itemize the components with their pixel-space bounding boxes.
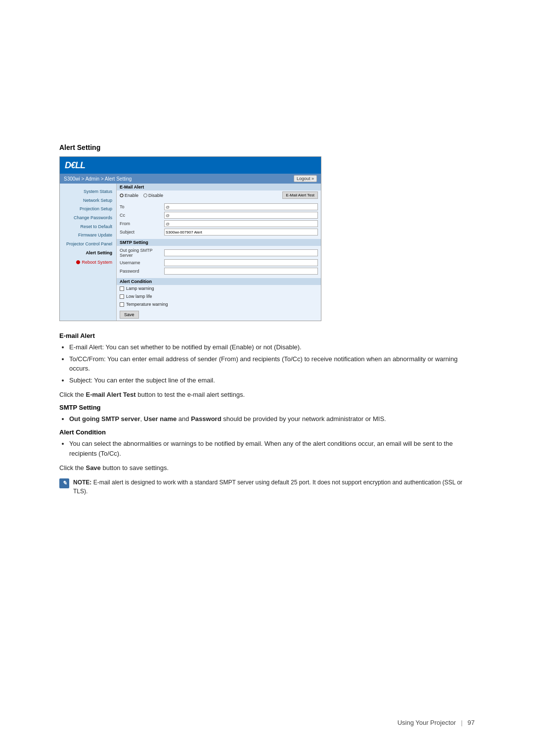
enable-radio[interactable]: Enable [120,193,138,198]
email-alert-bullet-3: Subject: You can enter the subject line … [69,376,475,385]
email-alert-bullet-2: To/CC/From: You can enter email address … [69,354,475,374]
smtp-bullet-1: Out going SMTP server, User name and Pas… [69,414,475,424]
sidebar-item-system-status[interactable]: System Status [60,188,116,196]
subject-input[interactable] [164,229,318,236]
ui-main: E-Mail Alert Enable Disable E-Mail Alert… [117,184,321,321]
reboot-label: Reboot System [82,260,112,265]
breadcrumb-path: S300wi > Admin > Alert Setting [64,176,132,182]
from-at-icon: @ [165,222,171,226]
disable-label: Disable [148,193,163,198]
lamp-warning-checkbox-item: Lamp warning [117,285,321,292]
from-label: From [120,221,164,226]
smtp-server-label: Out going SMTP Server [120,248,164,258]
smtp-server-input[interactable] [164,249,318,256]
breadcrumb-bar: S300wi > Admin > Alert Setting Logout » [60,174,321,184]
cc-input[interactable] [171,212,317,218]
lamp-warning-label: Lamp warning [126,286,154,291]
note-label: NOTE: [73,479,91,486]
disable-radio[interactable]: Disable [143,193,163,198]
smtp-password-row: Password [120,268,318,275]
alert-condition-doc-title: Alert Condition [59,428,475,436]
smtp-username-row: Username [120,259,318,266]
cc-row: Cc @ [120,212,318,219]
to-at-icon: @ [165,205,171,209]
email-alert-test-paragraph: Click the E-mail Alert Test button to te… [59,390,475,400]
email-alert-test-button[interactable]: E-Mail Alert Test [282,191,318,199]
alert-condition-section-header: Alert Condition [117,278,321,285]
sidebar-reboot-system[interactable]: Reboot System [60,258,116,267]
smtp-section-header: SMTP Setting [117,239,321,246]
reboot-icon [76,260,80,264]
sidebar-item-network-setup[interactable]: Network Setup [60,196,116,205]
smtp-section: Out going SMTP Server Username Password [117,246,321,278]
email-to-section: To @ Cc @ [117,201,321,239]
ui-box: D€LL S300wi > Admin > Alert Setting Logo… [59,156,321,321]
cc-input-wrapper: @ [164,212,318,219]
cc-at-icon: @ [165,213,171,218]
sidebar-item-change-passwords[interactable]: Change Passwords [60,214,116,223]
enable-label: Enable [125,193,138,198]
email-alert-section-header: E-Mail Alert [117,184,321,190]
dell-logo: D€LL [65,160,85,171]
note-box: ✎ NOTE: E-mail alert is designed to work… [59,478,475,496]
from-row: From @ [120,220,318,227]
from-input[interactable] [171,221,317,227]
enable-radio-circle [120,193,124,197]
logout-button[interactable]: Logout » [294,175,317,182]
alert-condition-bullet-list: You can select the abnormalities or warn… [69,439,475,458]
alert-setting-heading: Alert Setting [59,143,475,151]
page-wrapper: Alert Setting D€LL S300wi > Admin > Aler… [0,0,534,756]
sidebar-item-projection-setup[interactable]: Projection Setup [60,205,116,214]
subject-row: Subject [120,229,318,236]
email-alert-bullet-1: E-mail Alert: You can set whether to be … [69,342,475,352]
main-content: Alert Setting D€LL S300wi > Admin > Aler… [0,143,534,496]
cc-label: Cc [120,213,164,218]
email-alert-test-bold: E-mail Alert Test [86,391,135,398]
to-input[interactable] [171,204,317,210]
save-button[interactable]: Save [120,311,139,319]
sidebar-item-alert-setting[interactable]: Alert Setting [60,249,116,258]
footer-text: Using Your Projector [398,719,456,726]
lamp-warning-checkbox[interactable] [120,286,124,291]
temperature-warning-checkbox[interactable] [120,302,124,307]
smtp-password-input[interactable] [164,268,318,275]
sidebar-item-reset-to-default[interactable]: Reset to Default [60,223,116,232]
email-alert-bullet-list: E-mail Alert: You can set whether to be … [69,342,475,385]
smtp-username-label: Username [120,260,164,265]
low-lamp-life-label: Low lamp life [126,294,152,299]
note-text: NOTE: E-mail alert is designed to work w… [73,478,475,496]
temperature-warning-checkbox-item: Temperature warning [117,301,321,308]
sidebar-item-firmware-update[interactable]: Firmware Update [60,231,116,240]
temperature-warning-label: Temperature warning [126,302,168,307]
sidebar-item-projector-control-panel[interactable]: Projector Control Panel [60,240,116,249]
to-input-wrapper: @ [164,203,318,210]
low-lamp-life-checkbox[interactable] [120,294,124,299]
disable-radio-circle [143,193,147,197]
smtp-username-input[interactable] [164,259,318,266]
subject-label: Subject [120,230,164,235]
footer-page-number: 97 [468,719,475,726]
low-lamp-life-checkbox-item: Low lamp life [117,293,321,300]
dell-logo-bar: D€LL [60,157,321,174]
footer-divider: | [461,719,462,726]
page-footer: Using Your Projector | 97 [398,719,475,726]
smtp-password-label: Password [120,269,164,274]
smtp-bullet-list: Out going SMTP server, User name and Pas… [69,414,475,424]
from-input-wrapper: @ [164,220,318,227]
ui-body: System Status Network Setup Projection S… [60,184,321,321]
to-row: To @ [120,203,318,210]
save-bold: Save [86,464,100,472]
to-label: To [120,204,164,209]
email-alert-doc-title: E-mail Alert [59,332,475,339]
alert-condition-bullet-1: You can select the abnormalities or warn… [69,439,475,458]
smtp-server-row: Out going SMTP Server [120,248,318,258]
smtp-doc-title: SMTP Setting [59,404,475,411]
note-icon: ✎ [59,478,69,488]
doc-section: E-mail Alert E-mail Alert: You can set w… [59,332,475,496]
email-alert-radio-row: Enable Disable E-Mail Alert Test [117,190,321,200]
ui-sidebar: System Status Network Setup Projection S… [60,184,117,321]
save-paragraph: Click the Save button to save settings. [59,463,475,473]
